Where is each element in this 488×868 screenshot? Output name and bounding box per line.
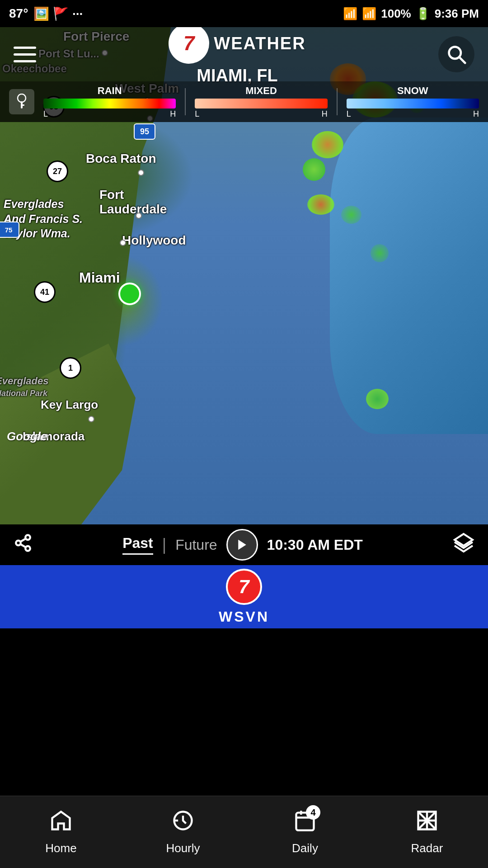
ad-banner: 7 WSVN <box>0 565 488 628</box>
legend-key-icon[interactable] <box>9 89 34 114</box>
daily-badge-count: 4 <box>306 805 320 820</box>
rain-high: H <box>170 109 176 119</box>
rain-gradient <box>43 99 176 108</box>
road-shield-95: 95 <box>134 123 155 140</box>
logo-number: 7 <box>183 32 194 55</box>
mixed-label: MIXED <box>195 85 327 97</box>
rain-label: RAIN <box>43 85 176 97</box>
mixed-high: H <box>322 109 328 119</box>
ad-logo-circle: 7 <box>226 569 262 605</box>
time-display: 10:30 AM EDT <box>267 537 363 553</box>
svg-point-5 <box>25 535 30 540</box>
battery-label: 100% <box>381 7 411 21</box>
battery-icon: 🔋 <box>416 7 430 21</box>
svg-rect-4 <box>21 104 24 106</box>
boca-raton-label: Boca Raton <box>86 151 156 166</box>
legend-divider-2 <box>337 88 338 115</box>
time-display: 9:36 PM <box>435 7 479 21</box>
road-shield-1: 1 <box>60 357 81 379</box>
snow-lh: L H <box>347 109 479 119</box>
road-shield-75: 75 <box>0 222 19 238</box>
rain-legend: RAIN L H <box>43 85 176 119</box>
legend-bar: RAIN L H MIXED L H SNOW L H <box>0 81 488 122</box>
radar-blob-3 <box>312 131 343 158</box>
radar-icon <box>415 809 439 838</box>
everglades-np-label: Everglades <box>0 375 48 387</box>
ocean-water <box>330 118 488 434</box>
bottom-navigation: Home Hourly 4 Daily <box>0 796 488 868</box>
logo-circle: 7 <box>169 23 209 64</box>
ad-logo-number: 7 <box>239 576 249 598</box>
layers-button[interactable] <box>448 528 479 562</box>
national-park-label: National Park <box>0 389 47 398</box>
key-largo-dot <box>88 416 94 422</box>
svg-line-1 <box>459 57 465 63</box>
road-shield-41: 41 <box>34 281 56 303</box>
ad-station-name: WSVN <box>219 609 269 625</box>
temperature-display: 87° <box>9 6 28 21</box>
snow-label: SNOW <box>347 85 479 97</box>
snow-high: H <box>473 109 479 119</box>
nav-item-home[interactable]: Home <box>0 809 122 855</box>
google-watermark: Google <box>7 429 47 515</box>
home-icon <box>49 809 73 838</box>
future-button[interactable]: Future <box>175 537 217 553</box>
svg-point-6 <box>16 540 21 545</box>
ad-logo-container: 7 WSVN <box>219 569 269 625</box>
radar-label: Radar <box>411 841 443 855</box>
nav-item-daily[interactable]: 4 Daily <box>244 809 366 855</box>
signal-icon: 📶 <box>362 7 376 21</box>
notification-icons: 🖼️ 🚩 ··· <box>33 6 83 21</box>
app-logo: 7 WEATHER MIAMI, FL <box>169 23 305 85</box>
past-button[interactable]: Past <box>122 535 153 555</box>
timeline-divider: | <box>162 535 166 554</box>
svg-line-8 <box>20 544 26 547</box>
fort-lauderdale-label: FortLauderdale <box>99 188 167 217</box>
boca-raton-dot <box>138 170 144 176</box>
mixed-gradient <box>195 99 327 108</box>
status-bar: 87° 🖼️ 🚩 ··· 📶 📶 100% 🔋 9:36 PM <box>0 0 488 27</box>
play-button[interactable] <box>226 529 258 561</box>
miami-label: Miami <box>79 269 120 286</box>
current-location-marker <box>118 283 141 305</box>
hollywood-label: Hollywood <box>122 233 186 248</box>
mixed-legend: MIXED L H <box>195 85 327 119</box>
radar-blob-4 <box>303 158 325 181</box>
key-largo-label: Key Largo <box>41 398 98 412</box>
daily-label: Daily <box>292 841 318 855</box>
svg-line-9 <box>20 538 26 542</box>
snow-gradient <box>347 99 479 108</box>
rain-low: L <box>43 109 48 119</box>
home-label: Home <box>45 841 76 855</box>
timeline-bar: Past | Future 10:30 AM EDT <box>0 524 488 565</box>
nav-item-radar[interactable]: Radar <box>366 809 488 855</box>
radar-blob-5 <box>307 194 334 215</box>
hollywood-dot <box>120 240 126 246</box>
svg-point-7 <box>25 546 30 551</box>
timeline-controls: Past | Future 10:30 AM EDT <box>51 529 435 561</box>
legend-divider-1 <box>185 88 186 115</box>
hourly-icon <box>171 809 195 838</box>
mixed-lh: L H <box>195 109 327 119</box>
wifi-icon: 📶 <box>343 7 357 21</box>
mixed-low: L <box>195 109 199 119</box>
daily-icon: 4 <box>293 809 317 838</box>
svg-point-2 <box>18 94 26 102</box>
search-button[interactable] <box>438 36 474 72</box>
radar-blob-6 <box>341 206 361 224</box>
snow-low: L <box>347 109 351 119</box>
menu-button[interactable] <box>14 47 36 62</box>
brand-text: WEATHER <box>214 34 305 53</box>
fort-lauderdale-dot <box>136 212 142 219</box>
status-left: 87° 🖼️ 🚩 ··· <box>9 6 83 21</box>
nav-item-hourly[interactable]: Hourly <box>122 809 244 855</box>
radar-blob-7 <box>371 244 389 262</box>
rain-lh: L H <box>43 109 176 119</box>
radar-blob-8 <box>366 389 389 409</box>
app-header: 7 WEATHER MIAMI, FL <box>0 27 488 81</box>
road-shield-27: 27 <box>47 160 68 182</box>
share-button[interactable] <box>9 529 37 561</box>
svg-marker-10 <box>238 540 246 550</box>
status-right: 📶 📶 100% 🔋 9:36 PM <box>343 7 479 21</box>
hourly-label: Hourly <box>166 841 200 855</box>
